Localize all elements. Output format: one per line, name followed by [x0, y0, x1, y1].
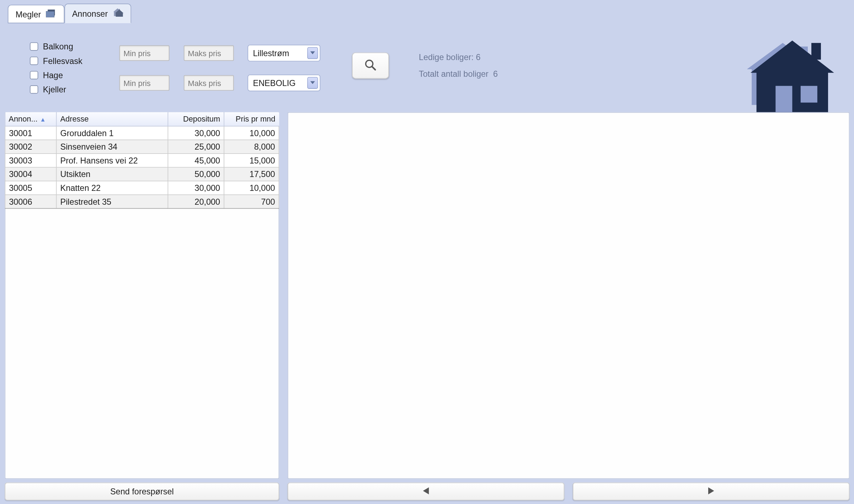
tab-label: Megler [16, 9, 41, 19]
col-header-id[interactable]: Annon...▲ [5, 112, 56, 126]
stat-value: 6 [493, 69, 498, 79]
cell-deposit: 20,000 [168, 195, 224, 209]
cell-address: Prof. Hansens vei 22 [57, 154, 168, 167]
checkbox-label: Fellesvask [43, 56, 82, 66]
details-panel [288, 112, 850, 479]
cell-id: 30002 [5, 140, 56, 154]
cell-price: 700 [224, 195, 279, 209]
search-icon [364, 59, 377, 73]
header-label: Adresse [60, 114, 89, 123]
table-row[interactable]: 30003Prof. Hansens vei 2245,00015,000 [5, 154, 279, 167]
cell-deposit: 25,000 [168, 140, 224, 154]
cell-address: Groruddalen 1 [57, 126, 168, 140]
checkbox-hage[interactable]: Hage [30, 70, 119, 80]
available-stat: Ledige boliger: 6 [419, 49, 498, 66]
svg-marker-5 [310, 51, 315, 54]
svg-marker-16 [708, 487, 714, 494]
svg-line-8 [372, 66, 375, 69]
cell-deposit: 45,000 [168, 154, 224, 167]
stats-block: Ledige boliger: 6 Totalt antall boliger … [419, 49, 498, 82]
min-price-input-2[interactable] [119, 75, 170, 91]
svg-rect-14 [801, 86, 817, 103]
folder-icon [46, 9, 57, 19]
stat-label: Ledige boliger: [419, 53, 474, 62]
prev-button[interactable] [288, 483, 565, 500]
cell-address: Utsikten [57, 167, 168, 181]
checkbox-icon [30, 85, 38, 93]
checkbox-label: Kjeller [43, 85, 66, 94]
send-request-button[interactable]: Send forespørsel [5, 483, 279, 500]
cell-id: 30004 [5, 167, 56, 181]
svg-rect-13 [775, 86, 792, 112]
cell-id: 30003 [5, 154, 56, 167]
house-logo-icon [747, 36, 837, 115]
chevron-down-icon [307, 77, 318, 89]
filters-panel: Balkong Fellesvask Hage Kjeller Lillestr… [5, 25, 849, 106]
cell-deposit: 30,000 [168, 181, 224, 195]
table-row[interactable]: 30004Utsikten50,00017,500 [5, 167, 279, 181]
tab-annonser[interactable]: Annonser [64, 4, 131, 23]
min-price-input-1[interactable] [119, 45, 170, 61]
listing-table-panel: Annon...▲ Adresse Depositum Pris pr mnd … [5, 112, 279, 479]
cell-address: Knatten 22 [57, 181, 168, 195]
svg-rect-1 [46, 11, 54, 17]
svg-marker-15 [423, 487, 429, 494]
cell-price: 15,000 [224, 154, 279, 167]
price-filters: Lillestrøm ENEBOLIG [119, 45, 320, 91]
stat-label: Totalt antall boliger [419, 69, 489, 79]
checkbox-icon [30, 42, 38, 50]
cell-deposit: 30,000 [168, 126, 224, 140]
cell-price: 10,000 [224, 181, 279, 195]
search-button[interactable] [352, 53, 389, 79]
cell-id: 30001 [5, 126, 56, 140]
cell-address: Sinsenveien 34 [57, 140, 168, 154]
table-row[interactable]: 30002Sinsenveien 3425,0008,000 [5, 140, 279, 154]
stat-value: 6 [476, 53, 481, 62]
total-stat: Totalt antall boliger 6 [419, 66, 498, 82]
combo-value: Lillestrøm [248, 48, 307, 58]
checkbox-label: Balkong [43, 42, 73, 51]
cell-price: 8,000 [224, 140, 279, 154]
max-price-input-1[interactable] [184, 45, 234, 61]
tab-strip: Megler Annonser [0, 0, 854, 23]
cell-address: Pilestredet 35 [57, 195, 168, 209]
cell-price: 17,500 [224, 167, 279, 181]
type-combo[interactable]: ENEBOLIG [248, 75, 320, 91]
checkbox-balkong[interactable]: Balkong [30, 42, 119, 51]
table-row[interactable]: 30006Pilestredet 3520,000700 [5, 195, 279, 209]
table-row[interactable]: 30001Groruddalen 130,00010,000 [5, 126, 279, 140]
city-combo[interactable]: Lillestrøm [248, 45, 320, 61]
amenities-checkboxes: Balkong Fellesvask Hage Kjeller [30, 42, 119, 94]
table-row[interactable]: 30005Knatten 2230,00010,000 [5, 181, 279, 195]
chevron-down-icon [307, 47, 318, 59]
bottom-toolbar: Send forespørsel [0, 479, 854, 504]
house-icon [113, 8, 123, 19]
checkbox-icon [30, 57, 38, 65]
triangle-right-icon [708, 487, 714, 496]
col-header-address[interactable]: Adresse [57, 112, 168, 126]
max-price-input-2[interactable] [184, 75, 234, 91]
listing-table: Annon...▲ Adresse Depositum Pris pr mnd … [5, 112, 279, 209]
cell-id: 30006 [5, 195, 56, 209]
triangle-left-icon [423, 487, 429, 496]
cell-price: 10,000 [224, 126, 279, 140]
header-label: Annon... [9, 114, 37, 123]
checkbox-kjeller[interactable]: Kjeller [30, 85, 119, 94]
combo-value: ENEBOLIG [248, 78, 307, 88]
tab-megler[interactable]: Megler [8, 5, 64, 23]
tab-label: Annonser [72, 9, 108, 18]
col-header-price[interactable]: Pris pr mnd [224, 112, 279, 126]
svg-rect-12 [811, 43, 821, 60]
cell-id: 30005 [5, 181, 56, 195]
checkbox-icon [30, 71, 38, 79]
checkbox-label: Hage [43, 70, 63, 80]
svg-marker-6 [310, 81, 315, 84]
button-label: Send forespørsel [110, 487, 174, 496]
next-button[interactable] [573, 483, 850, 500]
col-header-deposit[interactable]: Depositum [168, 112, 224, 126]
cell-deposit: 50,000 [168, 167, 224, 181]
header-label: Pris pr mnd [236, 114, 276, 123]
sort-asc-icon: ▲ [40, 116, 46, 123]
header-label: Depositum [183, 114, 220, 123]
checkbox-fellesvask[interactable]: Fellesvask [30, 56, 119, 66]
